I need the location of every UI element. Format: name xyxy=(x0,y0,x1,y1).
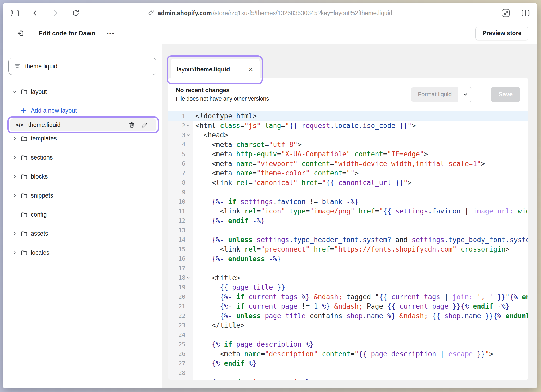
chevron-down-icon xyxy=(463,91,468,97)
code-line-23[interactable]: 23 </title> xyxy=(168,321,528,330)
code-line-8[interactable]: 8 <link rel="canonical" href="{{ canonic… xyxy=(168,178,528,188)
line-number-5: 5 xyxy=(168,151,193,157)
code-line-3[interactable]: 3 <head> xyxy=(168,130,528,140)
code-line-10[interactable]: 10 {%- if settings.favicon != blank -%} xyxy=(168,197,528,207)
save-button[interactable]: Save xyxy=(491,87,520,102)
fold-toggle[interactable] xyxy=(185,124,191,127)
line-number-19: 19 xyxy=(168,284,193,291)
sidebar-item-theme-liquid[interactable]: </>theme.liquid xyxy=(10,118,156,131)
rename-file-button[interactable] xyxy=(138,121,150,128)
file-search-input[interactable] xyxy=(25,63,151,70)
page-settings-icon[interactable] xyxy=(501,9,510,17)
code-line-13[interactable]: 13 xyxy=(168,225,528,235)
code-line-16[interactable]: 16 {%- endunless -%} xyxy=(168,254,528,264)
format-dropdown-button[interactable] xyxy=(458,87,472,102)
folder-icon xyxy=(20,249,28,256)
tab-close-icon[interactable]: × xyxy=(248,66,253,73)
line-number-14: 14 xyxy=(168,236,193,243)
line-number-7: 7 xyxy=(168,170,193,176)
file-sidebar: layoutAdd a new layout</>theme.liquidtem… xyxy=(3,44,162,388)
fold-toggle[interactable] xyxy=(185,133,191,137)
selected-file-annotation-outline: </>theme.liquid xyxy=(7,116,159,133)
code-editor[interactable]: 1<!doctype html>2<html class="js" lang="… xyxy=(168,111,528,380)
folder-icon xyxy=(20,173,28,180)
code-line-9[interactable]: 9 xyxy=(168,187,528,197)
exit-code-editor-button[interactable] xyxy=(16,29,25,38)
code-line-14[interactable]: 14 {%- unless settings.type_header_font.… xyxy=(168,235,528,245)
sidebar-toggle-icon[interactable] xyxy=(10,9,19,17)
line-number-2: 2 xyxy=(168,122,193,129)
line-number-8: 8 xyxy=(168,179,193,186)
code-line-2[interactable]: 2<html class="js" lang="{{ request.local… xyxy=(168,121,528,131)
code-line-12[interactable]: 12 {%- endif -%} xyxy=(168,216,528,226)
fold-toggle[interactable] xyxy=(185,276,191,280)
code-line-15[interactable]: 15 <link rel="preconnect" href="https://… xyxy=(168,244,528,254)
code-line-6[interactable]: 6 <meta name="viewport" content="width=d… xyxy=(168,159,528,169)
sidebar-item-locales[interactable]: locales xyxy=(3,243,162,262)
status-title: No recent changes xyxy=(176,87,269,94)
chevron-right-icon xyxy=(13,155,17,160)
line-number-9: 9 xyxy=(168,189,193,195)
code-line-18[interactable]: 18 <title> xyxy=(168,273,528,283)
toolbar-divider xyxy=(482,78,482,111)
sidebar-item-snippets[interactable]: snippets xyxy=(3,186,162,205)
chevron-down-icon xyxy=(13,90,17,94)
gutter-divider xyxy=(193,111,193,380)
line-number-3: 3 xyxy=(168,132,193,138)
code-line-25[interactable]: 25 {% if page_description %} xyxy=(168,340,528,349)
sidebar-item-layout[interactable]: layout xyxy=(3,84,162,99)
code-line-22[interactable]: 22 {%- unless page_title contains shop.n… xyxy=(168,311,528,321)
reload-icon[interactable] xyxy=(71,9,80,17)
sidebar-item-blocks[interactable]: blocks xyxy=(3,167,162,186)
sidebar-item-templates[interactable]: templates xyxy=(3,129,162,148)
folder-icon xyxy=(20,230,28,237)
split-view-icon[interactable] xyxy=(521,9,530,17)
plus-icon xyxy=(20,108,26,114)
code-line-4[interactable]: 4 <meta charset="utf-8"> xyxy=(168,140,528,150)
code-line-24[interactable]: 24 xyxy=(168,330,528,340)
trash-icon xyxy=(128,121,135,128)
add-new-layout-link[interactable]: Add a new layout xyxy=(3,103,162,118)
forward-icon[interactable] xyxy=(51,9,60,17)
code-file-icon: </> xyxy=(16,122,23,128)
page-title: Edit code for Dawn xyxy=(39,30,95,37)
code-line-19[interactable]: 19 {{ page_title }} xyxy=(168,283,528,292)
address-bar[interactable]: admin.shopify.com/store/rzq1xu-f5/themes… xyxy=(148,3,392,23)
back-icon[interactable] xyxy=(31,9,40,17)
code-line-7[interactable]: 7 <meta name="theme-color" content=""> xyxy=(168,168,528,178)
editor-toolbar: No recent changes File does not have any… xyxy=(168,78,528,111)
delete-file-button[interactable] xyxy=(125,121,138,128)
code-line-26[interactable]: 26 <meta name="description" content="{{ … xyxy=(168,349,528,359)
format-liquid-label[interactable]: Format liquid xyxy=(411,87,458,102)
file-search-box[interactable] xyxy=(8,58,156,75)
code-line-21[interactable]: 21 {%- if current_page != 1 %} &ndash; P… xyxy=(168,302,528,311)
folder-icon xyxy=(20,192,28,199)
code-line-20[interactable]: 20 {%- if current_tags %} &ndash; tagged… xyxy=(168,292,528,302)
more-actions-menu[interactable]: ••• xyxy=(107,30,115,36)
preview-store-button[interactable]: Preview store xyxy=(475,27,528,40)
chevron-right-icon xyxy=(13,193,17,198)
editor-main: layout/theme.liquid × No recent changes … xyxy=(162,44,537,388)
code-line-1[interactable]: 1<!doctype html> xyxy=(168,111,528,121)
chevron-right-icon xyxy=(13,136,17,141)
code-line-27[interactable]: 27 {% endif %} xyxy=(168,359,528,368)
line-number-28: 28 xyxy=(168,370,193,376)
format-liquid-button: Format liquid xyxy=(411,87,472,102)
line-number-24: 24 xyxy=(168,332,193,338)
sidebar-item-sections[interactable]: sections xyxy=(3,148,162,167)
sidebar-item-assets[interactable]: assets xyxy=(3,224,162,243)
line-number-16: 16 xyxy=(168,255,193,262)
line-number-10: 10 xyxy=(168,198,193,205)
code-line-11[interactable]: 11 <link rel="icon" type="image/png" hre… xyxy=(168,206,528,216)
line-number-21: 21 xyxy=(168,303,193,310)
line-number-11: 11 xyxy=(168,208,193,215)
browser-toolbar: admin.shopify.com/store/rzq1xu-f5/themes… xyxy=(3,3,537,23)
code-line-29[interactable]: 29 {% render 'meta-tags' %} xyxy=(168,378,528,380)
sidebar-item-config[interactable]: config xyxy=(3,205,162,224)
code-line-5[interactable]: 5 <meta http-equiv="X-UA-Compatible" con… xyxy=(168,149,528,159)
code-line-28[interactable]: 28 xyxy=(168,368,528,378)
code-line-17[interactable]: 17 xyxy=(168,264,528,273)
file-tree: layoutAdd a new layout</>theme.liquidtem… xyxy=(3,84,162,262)
chevron-right-icon xyxy=(13,231,17,236)
tab-theme-liquid[interactable]: layout/theme.liquid × xyxy=(171,59,260,80)
